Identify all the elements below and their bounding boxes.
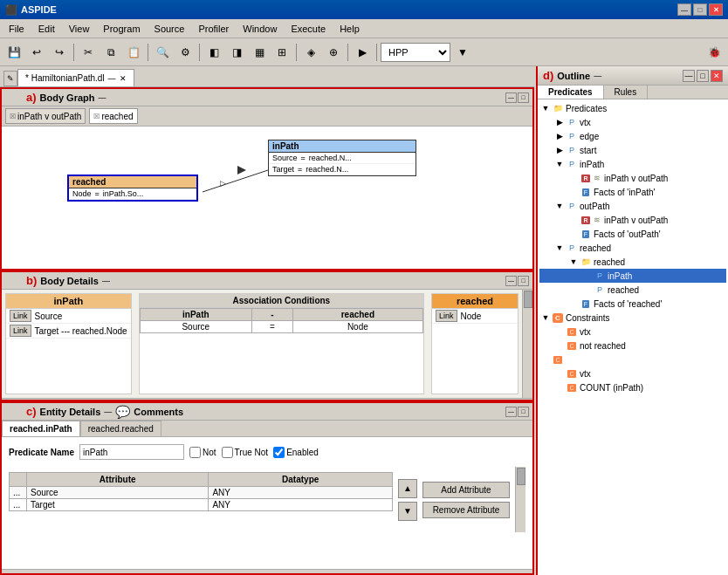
tree-constraint-notreached[interactable]: C not reached <box>539 339 726 353</box>
tab-close-icon-1[interactable]: ☒ <box>10 113 16 120</box>
entity-details-scrollbar-h[interactable] <box>2 569 532 575</box>
tree-reached-reached[interactable]: P reached <box>539 283 726 297</box>
menu-program[interactable]: Program <box>96 22 147 36</box>
outline-min-btn[interactable]: — <box>683 70 695 82</box>
menu-source[interactable]: Source <box>148 22 192 36</box>
tab-close-icon-2[interactable]: ☒ <box>93 113 100 120</box>
section-b-minimize[interactable]: — <box>102 277 110 285</box>
zoom-button[interactable]: 🔍 <box>152 42 173 63</box>
expand-predicates[interactable]: ▼ <box>541 104 550 113</box>
minimize-button[interactable]: — <box>677 3 691 16</box>
close-button[interactable]: ✕ <box>709 3 723 16</box>
outline-close-btn[interactable]: ✕ <box>711 70 723 82</box>
outline-max-btn[interactable]: □ <box>697 70 709 82</box>
tree-reached-inpath[interactable]: P inPath <box>539 269 726 283</box>
section-a-min-btn[interactable]: — <box>505 92 517 103</box>
tree-outpath[interactable]: ▼ P outPath <box>539 199 726 213</box>
not-checkbox[interactable] <box>189 447 201 458</box>
expand-constraints[interactable]: ▼ <box>541 313 550 322</box>
enabled-checkbox[interactable] <box>273 447 285 458</box>
true-not-checkbox[interactable] <box>222 447 233 458</box>
combo-dropdown[interactable]: ▼ <box>452 42 473 63</box>
move-down-button[interactable]: ▼ <box>398 502 417 521</box>
graph-node-reached[interactable]: reached Node = inPath.So... <box>67 175 198 202</box>
tree-reached[interactable]: ▼ P reached <box>539 241 726 255</box>
redo-button[interactable]: ↪ <box>49 42 70 63</box>
run-button[interactable]: ▶ <box>352 42 373 63</box>
expand-reached-subfolder[interactable]: ▼ <box>569 257 578 266</box>
profile-selector[interactable]: HPP <box>381 43 450 62</box>
tree-inpath-rule[interactable]: R ≋ inPath v outPath <box>539 171 726 185</box>
body-details-scrollbar-v[interactable] <box>522 290 532 398</box>
expand-outpath[interactable]: ▼ <box>555 202 564 210</box>
maximize-button[interactable]: □ <box>693 3 707 16</box>
ed-scroll-thumb[interactable] <box>517 468 525 485</box>
section-a-minimize[interactable]: — <box>99 93 106 102</box>
ed-tab-reached-inpath[interactable]: reached.inPath <box>2 421 80 436</box>
expand-start[interactable]: ▶ <box>555 146 564 154</box>
save-button[interactable]: 💾 <box>3 42 24 63</box>
menu-edit[interactable]: Edit <box>31 22 62 36</box>
expand-inpath[interactable]: ▼ <box>555 160 564 168</box>
outline-tab-rules[interactable]: Rules <box>604 86 649 99</box>
expand-vtx[interactable]: ▶ <box>555 118 564 127</box>
tool5-button[interactable]: ◈ <box>300 42 321 63</box>
tree-reached-facts[interactable]: F Facts of 'reached' <box>539 297 726 311</box>
tree-vtx[interactable]: ▶ P vtx <box>539 115 726 129</box>
tool2-button[interactable]: ◨ <box>226 42 247 63</box>
attr-row-source[interactable]: ... Source ANY <box>10 487 393 499</box>
tree-start[interactable]: ▶ P start <box>539 143 726 157</box>
menu-help[interactable]: Help <box>333 22 367 36</box>
link-btn-node[interactable]: Link <box>436 310 457 322</box>
entity-details-scrollbar-v[interactable] <box>515 467 525 532</box>
menu-window[interactable]: Window <box>236 22 284 36</box>
graph-tab-reached[interactable]: ☒ reached <box>89 108 137 124</box>
ed-tab-reached-reached[interactable]: reached.reached <box>80 421 161 436</box>
tool1-button[interactable]: ◧ <box>203 42 224 63</box>
settings-button[interactable]: ⚙ <box>175 42 196 63</box>
editor-tab-minus[interactable]: — <box>108 74 116 83</box>
new-tab-button[interactable]: ✎ <box>3 71 17 86</box>
link-btn-source[interactable]: Link <box>10 310 31 322</box>
cut-button[interactable]: ✂ <box>78 42 99 63</box>
graph-node-inpath[interactable]: inPath Source = reached.N... Target = re… <box>268 140 416 176</box>
tree-outpath-rule[interactable]: R ≋ inPath v outPath <box>539 213 726 227</box>
tree-outpath-facts[interactable]: F Facts of 'outPath' <box>539 227 726 241</box>
section-c-minimize[interactable]: — <box>104 407 112 416</box>
graph-tab-inpath-outpath[interactable]: ☒ inPath v outPath <box>5 108 86 124</box>
tree-constraint-vtx[interactable]: C vtx <box>539 325 726 339</box>
tree-inpath[interactable]: ▼ P inPath <box>539 157 726 171</box>
tool3-button[interactable]: ▦ <box>249 42 270 63</box>
editor-tab-close[interactable]: ✕ <box>120 74 127 83</box>
section-c-max-btn[interactable]: □ <box>518 407 529 417</box>
tree-reached-subfolder[interactable]: ▼ 📁 reached <box>539 255 726 269</box>
menu-file[interactable]: File <box>2 22 31 36</box>
predicate-name-input[interactable] <box>79 444 184 460</box>
section-a-max-btn[interactable]: □ <box>518 92 529 103</box>
link-btn-target[interactable]: Link <box>10 325 31 337</box>
attr-row-target[interactable]: ... Target ANY <box>10 499 393 511</box>
menu-execute[interactable]: Execute <box>284 22 333 36</box>
outline-tab-predicates[interactable]: Predicates <box>538 86 604 99</box>
remove-attribute-button[interactable]: Remove Attribute <box>422 502 510 518</box>
tree-constraint-empty[interactable]: C <box>539 353 726 366</box>
paste-button[interactable]: 📋 <box>123 42 144 63</box>
tree-predicates-root[interactable]: ▼ 📁 Predicates <box>539 101 726 115</box>
tree-inpath-facts[interactable]: F Facts of 'inPath' <box>539 185 726 199</box>
tool6-button[interactable]: ⊕ <box>323 42 344 63</box>
help-icon-button[interactable]: 🐞 <box>704 42 725 63</box>
move-up-button[interactable]: ▲ <box>398 479 417 498</box>
expand-edge[interactable]: ▶ <box>555 132 564 140</box>
tree-constraint-vtx2[interactable]: C vtx <box>539 366 726 380</box>
tool4-button[interactable]: ⊞ <box>271 42 292 63</box>
undo-button[interactable]: ↩ <box>26 42 47 63</box>
section-b-min-btn[interactable]: — <box>505 276 517 286</box>
tree-constraints-root[interactable]: ▼ C Constraints <box>539 311 726 325</box>
menu-profiler[interactable]: Profiler <box>191 22 236 36</box>
outline-minimize[interactable]: — <box>594 72 601 80</box>
editor-tab-main[interactable]: * HamiltonianPath.dl — ✕ <box>17 69 134 86</box>
tree-edge[interactable]: ▶ P edge <box>539 129 726 143</box>
section-b-max-btn[interactable]: □ <box>518 276 529 286</box>
scrollbar-thumb-v[interactable] <box>524 291 532 308</box>
copy-button[interactable]: ⧉ <box>100 42 121 63</box>
